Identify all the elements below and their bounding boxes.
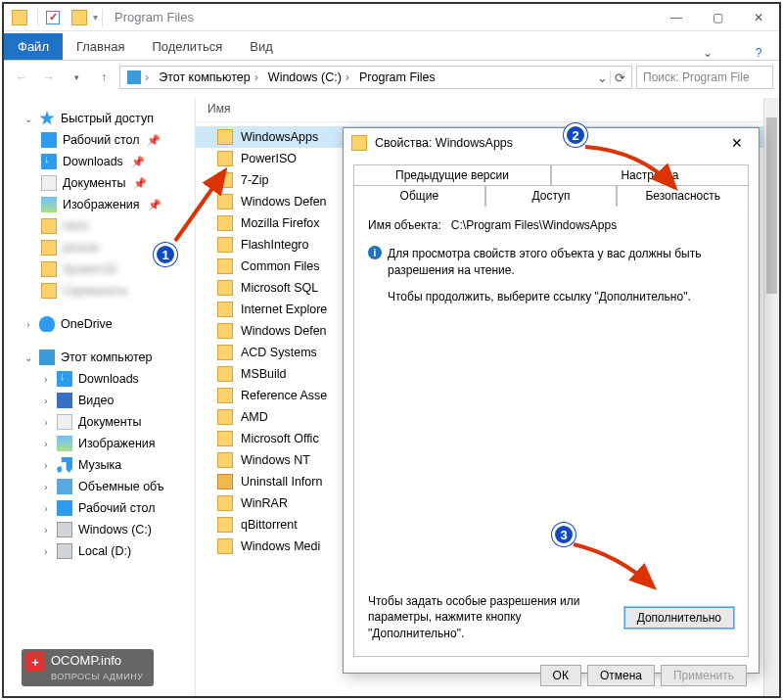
dialog-body: Имя объекта: C:\Program Files\WindowsApp…	[353, 207, 749, 657]
nav-forward-button[interactable]: →	[37, 66, 61, 89]
folder-icon	[351, 135, 367, 151]
sidebar-item[interactable]: Скриншоты	[4, 280, 195, 302]
sidebar-item[interactable]: Downloads📌	[4, 151, 195, 172]
sidebar-this-pc[interactable]: ⌄Этот компьютер	[4, 347, 195, 368]
pin-icon: 📌	[133, 177, 147, 190]
refresh-icon[interactable]: ⟳	[610, 70, 629, 85]
advanced-text: Чтобы задать особые разрешения или парам…	[368, 593, 615, 642]
info-text-2: Чтобы продолжить, выберите ссылку "Допол…	[388, 289, 691, 305]
cloud-icon	[39, 316, 55, 332]
column-name[interactable]: Имя	[207, 102, 230, 116]
scrollbar-thumb[interactable]	[766, 117, 777, 294]
tab-security[interactable]: Безопасность	[617, 185, 749, 207]
qat-checkbox-icon[interactable]: ✓	[46, 11, 60, 24]
folder-icon	[41, 240, 57, 256]
sidebar-item[interactable]: ›Музыка	[4, 454, 195, 476]
tab-sharing[interactable]: Доступ	[485, 185, 618, 207]
sidebar-item[interactable]: ›Local (D:)	[4, 540, 195, 562]
sidebar-item-label: Документы	[63, 176, 125, 190]
address-bar[interactable]: › Этот компьютер› Windows (C:)› Program …	[119, 66, 632, 89]
tab-view[interactable]: Вид	[236, 33, 287, 60]
drive-icon	[57, 543, 72, 559]
search-input[interactable]: Поиск: Program File	[636, 66, 773, 89]
sidebar-onedrive[interactable]: ›OneDrive	[4, 313, 195, 335]
expand-icon[interactable]: ›	[41, 396, 51, 406]
folder-icon	[217, 345, 233, 360]
list-item-label: Windows Medi	[241, 539, 320, 553]
sidebar-item-label: Downloads	[63, 155, 123, 168]
qat-dropdown-icon[interactable]: ▾	[93, 12, 98, 23]
list-item-label: Microsoft SQL	[241, 281, 318, 295]
tab-file[interactable]: Файл	[4, 33, 63, 60]
expand-icon[interactable]: ›	[41, 503, 51, 514]
folder-icon	[217, 151, 233, 166]
sidebar-item[interactable]: ›Объемные объ	[4, 476, 195, 497]
ribbon: Файл Главная Поделиться Вид ⌄ ?	[4, 31, 779, 61]
explorer-window: ✓ ▾ Program Files — ▢ ✕ Файл Главная Под…	[2, 2, 781, 698]
folder-icon	[217, 366, 233, 382]
address-dropdown-icon[interactable]: ⌄	[594, 70, 610, 85]
sidebar-item[interactable]: ›Изображения	[4, 433, 195, 454]
tab-share[interactable]: Поделиться	[138, 33, 236, 60]
expand-icon[interactable]: ›	[41, 546, 51, 557]
sidebar-item[interactable]: ›Windows (C:)	[4, 519, 195, 540]
close-button[interactable]: ✕	[738, 4, 779, 31]
sidebar-item[interactable]: Рабочий стол📌	[4, 129, 195, 151]
sidebar-item-label: Скриншоты	[63, 284, 128, 298]
nav-up-button[interactable]: ↑	[92, 66, 115, 89]
list-item-label: FlashIntegro	[241, 238, 308, 252]
sidebar-item-label: Рабочий стол	[78, 501, 155, 515]
expand-icon[interactable]: ›	[41, 482, 51, 492]
sidebar-item[interactable]: ›Downloads	[4, 368, 195, 390]
sidebar-label: Этот компьютер	[61, 350, 152, 364]
list-item-label: Common Files	[241, 259, 320, 273]
minimize-button[interactable]: —	[656, 4, 697, 31]
folder-icon	[217, 538, 233, 554]
sidebar-quick-access[interactable]: ⌄Быстрый доступ	[4, 108, 195, 129]
expand-icon[interactable]: ⌄	[23, 352, 33, 363]
apply-button[interactable]: Применить	[661, 665, 747, 686]
ok-button[interactable]: ОК	[540, 665, 581, 686]
expand-icon[interactable]: ›	[23, 319, 33, 330]
tab-general[interactable]: Общие	[353, 185, 485, 207]
expand-icon[interactable]: ⌄	[23, 114, 33, 124]
breadcrumb-seg[interactable]: Этот компьютер	[159, 70, 250, 84]
window-icon	[12, 10, 27, 25]
nav-back-button[interactable]: ←	[10, 66, 33, 89]
expand-icon[interactable]: ›	[41, 439, 51, 449]
sidebar-item[interactable]: ›Видео	[4, 390, 195, 411]
maximize-button[interactable]: ▢	[697, 4, 738, 31]
sidebar-item[interactable]: Изображения📌	[4, 194, 195, 215]
qat-folder-icon[interactable]	[71, 10, 87, 25]
sidebar-item[interactable]: Документы📌	[4, 172, 195, 194]
tab-home[interactable]: Главная	[63, 33, 138, 60]
column-headers[interactable]: Имя	[196, 98, 779, 122]
sidebar-item-label: Рабочий стол	[63, 133, 139, 147]
dl-icon	[41, 154, 57, 169]
sidebar-item[interactable]: ›Рабочий стол	[4, 497, 195, 519]
nav-history-button[interactable]: ▾	[65, 66, 88, 89]
sidebar-item[interactable]: Html	[4, 215, 195, 237]
dialog-close-button[interactable]: ✕	[723, 135, 751, 151]
sidebar-item[interactable]: ›Документы	[4, 411, 195, 433]
folder-icon	[217, 194, 233, 210]
breadcrumb-seg[interactable]: Windows (C:)	[268, 70, 342, 84]
ribbon-expand-icon[interactable]: ⌄	[697, 46, 718, 60]
expand-icon[interactable]: ›	[41, 525, 51, 536]
tab-customize[interactable]: Настройка	[551, 164, 749, 185]
advanced-button[interactable]: Дополнительно	[624, 607, 734, 629]
pin-icon: 📌	[147, 134, 161, 147]
star-icon	[39, 111, 55, 126]
expand-icon[interactable]: ›	[41, 460, 51, 471]
sidebar-label: Быстрый доступ	[61, 112, 154, 125]
cancel-button[interactable]: Отмена	[587, 665, 655, 686]
scrollbar[interactable]	[763, 98, 779, 696]
list-item-label: PowerISO	[241, 152, 297, 165]
breadcrumb-seg[interactable]: Program Files	[359, 70, 436, 84]
list-item-label: Windows Defen	[241, 324, 327, 338]
expand-icon[interactable]: ›	[41, 417, 51, 428]
expand-icon[interactable]: ›	[41, 374, 51, 385]
tab-previous-versions[interactable]: Предыдущие версии	[353, 164, 551, 185]
dialog-titlebar: Свойства: WindowsApps ✕	[344, 128, 759, 158]
help-icon[interactable]: ?	[748, 46, 769, 60]
